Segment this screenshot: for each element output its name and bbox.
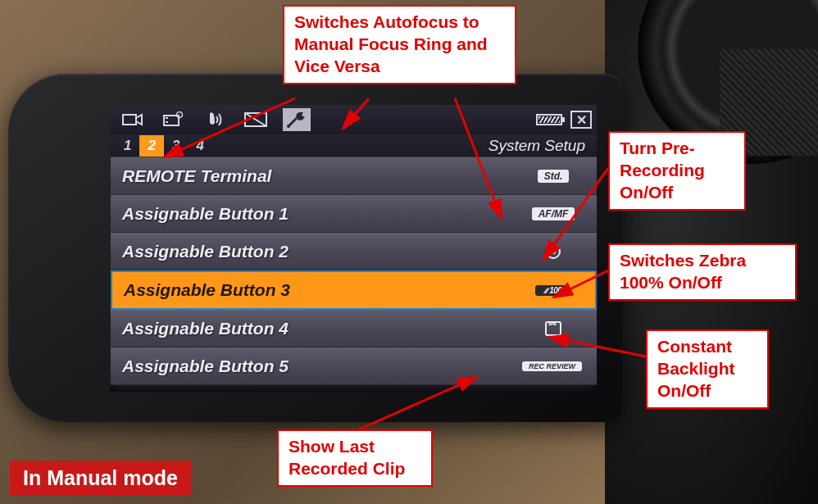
- svg-rect-3: [166, 121, 168, 123]
- menu-rows: REMOTE Terminal Std. Assignable Button 1…: [111, 157, 597, 385]
- close-button[interactable]: ✕: [570, 111, 592, 129]
- row-assignable-4[interactable]: Assignable Button 4: [111, 310, 597, 347]
- display-icon[interactable]: [242, 108, 270, 131]
- row-label: Assignable Button 3: [124, 280, 290, 300]
- page-title: System Setup: [489, 137, 585, 155]
- page-tab-4[interactable]: 4: [188, 135, 211, 157]
- lcd-screen: ✕ 1 2 3 4 System Setup REMOTE Terminal S…: [111, 105, 597, 392]
- row-value: Std.: [538, 170, 570, 183]
- callout-prerec: Turn Pre-Recording On/Off: [608, 131, 746, 211]
- row-assignable-3[interactable]: Assignable Button 3 ⫽100: [111, 270, 597, 310]
- row-assignable-5[interactable]: Assignable Button 5 REC REVIEW: [111, 347, 597, 385]
- callout-recreview: Show Last Recorded Clip: [277, 429, 433, 487]
- zebra-100-value-icon: ⫽100: [535, 285, 569, 296]
- row-value: AF/MF: [532, 207, 575, 220]
- row-assignable-1[interactable]: Assignable Button 1 AF/MF: [111, 195, 597, 233]
- row-value: REC REVIEW: [522, 361, 582, 371]
- row-remote-terminal[interactable]: REMOTE Terminal Std.: [111, 157, 597, 195]
- svg-rect-1: [164, 116, 179, 125]
- top-tab-bar: ✕: [111, 105, 597, 134]
- prerec-value-icon: [543, 243, 564, 260]
- row-label: Assignable Button 1: [122, 204, 289, 224]
- callout-zebra: Switches Zebra 100% On/Off: [608, 243, 797, 301]
- page-tab-2[interactable]: 2: [139, 135, 163, 157]
- svg-point-7: [551, 249, 556, 254]
- playback-settings-icon[interactable]: [160, 108, 188, 131]
- row-label: Assignable Button 5: [122, 356, 289, 376]
- mode-tag: In Manual mode: [10, 461, 191, 496]
- battery-icon: [536, 114, 562, 125]
- row-assignable-2[interactable]: Assignable Button 2: [111, 233, 597, 270]
- row-label: Assignable Button 4: [122, 319, 289, 338]
- wrench-icon[interactable]: [283, 108, 311, 131]
- svg-rect-2: [166, 117, 168, 119]
- page-tab-3[interactable]: 3: [164, 135, 188, 157]
- camera-icon[interactable]: [119, 108, 147, 131]
- page-tab-1[interactable]: 1: [116, 135, 139, 157]
- row-label: Assignable Button 2: [122, 242, 289, 261]
- svg-rect-0: [123, 115, 136, 125]
- audio-icon[interactable]: [201, 108, 229, 131]
- row-label: REMOTE Terminal: [122, 166, 271, 186]
- callout-backlight: Constant Backlight On/Off: [646, 329, 769, 409]
- callout-autofocus: Switches Autofocus to Manual Focus Ring …: [283, 5, 516, 84]
- page-tab-row: 1 2 3 4 System Setup: [111, 134, 597, 157]
- backlight-value-icon: [543, 320, 564, 337]
